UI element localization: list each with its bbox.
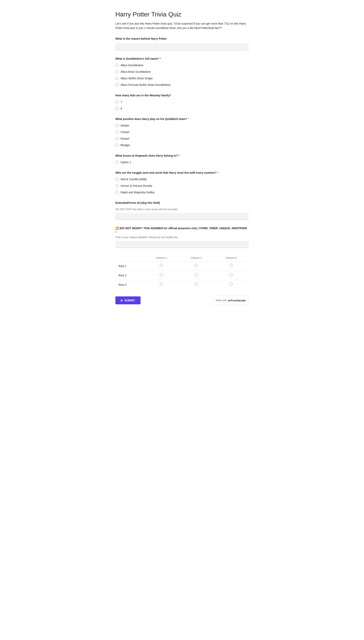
grid-row1-col2-radio[interactable] [195, 264, 198, 267]
question-8-emoji: ⏩ [116, 226, 120, 230]
question-7-section: ExtendedForms Id (skip this field) DO NO… [116, 201, 248, 220]
question-6-required: * [217, 171, 218, 175]
q5-radio-1[interactable] [116, 160, 118, 164]
submit-icon: ▶ [121, 299, 123, 302]
question-3-label: How many kids are in the Weasley family? [116, 94, 248, 98]
q2-option-1[interactable]: Albus Dumbledore [116, 63, 248, 68]
grid-row3-col2-radio[interactable] [195, 282, 198, 286]
grid-header-col3: Column 3 [214, 254, 248, 262]
question-9-section: Column 1 Column 2 Column 3 Row 1 Row 2 [116, 254, 248, 290]
grid-row3-label: Row 3 [116, 280, 144, 290]
question-5-label: What house at Hogwarts does Harry belong… [116, 154, 248, 158]
grid-header-col2: Column 2 [179, 254, 214, 262]
grid-header-col1: Column 1 [144, 254, 179, 262]
q6-radio-1[interactable] [116, 178, 118, 181]
question-6-label: Who are the muggle aunt and uncle that H… [116, 171, 248, 175]
question-2-label: What is Dumbledore's full name? * [116, 57, 248, 61]
grid-row2-col3-radio[interactable] [230, 273, 233, 276]
grid-row1-col1-radio[interactable] [160, 264, 163, 267]
grid-row2-col1-radio[interactable] [160, 273, 163, 276]
q6-label-2: Vernon & Petunia Dursley [120, 184, 152, 188]
question-4-label: What position does Harry play on his Qui… [116, 117, 248, 121]
q2-radio-1[interactable] [116, 64, 118, 67]
grid-row3-col1-radio[interactable] [160, 282, 163, 286]
page-description: Let's see if you ace this Harry Potter t… [116, 22, 248, 30]
submit-label: SUBMIT [124, 299, 135, 302]
grid-table: Column 1 Column 2 Column 3 Row 1 Row 2 [116, 254, 248, 290]
q6-radio-2[interactable] [116, 184, 118, 187]
question-5-section: What house at Hogwarts does Harry belong… [116, 154, 248, 164]
q4-label-4: Bludger [120, 143, 130, 147]
q5-option-1[interactable]: Option 1 [116, 160, 248, 164]
q6-option-3[interactable]: Ralph and Magnolia Dudley [116, 190, 248, 194]
question-4-required: * [188, 117, 189, 121]
q4-option-4[interactable]: Bludger [116, 143, 248, 147]
formfacade-badge: Made with ∞ Formfacade [213, 296, 248, 305]
q6-option-2[interactable]: Vernon & Petunia Dursley [116, 184, 248, 188]
question-7-input[interactable] [116, 213, 248, 220]
q3-label-2: 6 [120, 106, 122, 111]
question-6-section: Who are the muggle aunt and uncle that H… [116, 171, 248, 194]
made-with-text: Made with [216, 298, 226, 302]
question-8-input[interactable] [116, 241, 248, 248]
q4-radio-2[interactable] [116, 130, 118, 134]
q2-radio-3[interactable] [116, 77, 118, 80]
grid-row1-label: Row 1 [116, 262, 144, 271]
table-row: Row 1 [116, 262, 248, 271]
question-7-note: DO NOT EDIT this field or your score wil… [116, 208, 248, 211]
question-1-input[interactable] [116, 43, 248, 50]
question-2-required: * [160, 57, 161, 61]
q6-option-1[interactable]: Ned & Camilla Diddly [116, 177, 248, 182]
q4-radio-4[interactable] [116, 144, 118, 147]
q6-label-3: Ralph and Magnolia Dudley [120, 190, 155, 194]
q5-label-1: Option 1 [120, 160, 131, 164]
q2-label-3: Albus Wulfric Brian Snape [120, 76, 153, 80]
q2-radio-4[interactable] [116, 83, 118, 86]
q2-option-2[interactable]: Albus Brian Dumbledore [116, 70, 248, 74]
submit-button[interactable]: ▶ SUBMIT [116, 296, 140, 304]
q2-option-3[interactable]: Albus Wulfric Brian Snape [116, 76, 248, 80]
q4-option-1[interactable]: Seeker [116, 124, 248, 128]
q6-radio-3[interactable] [116, 191, 118, 194]
q3-radio-2[interactable] [116, 107, 118, 110]
question-3-section: How many kids are in the Weasley family?… [116, 94, 248, 111]
question-8-note: This is your unique identifier. Please d… [116, 235, 248, 239]
grid-header-empty [116, 254, 144, 262]
q2-label-4: Albus Percival Wulfric Brian Dumbledore [120, 83, 170, 87]
question-7-label: ExtendedForms Id (skip this field) [116, 201, 248, 205]
page-title: Harry Potter Trivia Quiz [116, 10, 248, 19]
q2-label-1: Albus Dumbledore [120, 63, 143, 68]
table-row: Row 2 [116, 271, 248, 280]
formfacade-brand-name: Formfacade [231, 298, 246, 302]
question-5-required: * [179, 154, 180, 158]
formfacade-logo: ∞ Formfacade [228, 298, 246, 303]
q3-label-1: 7 [120, 100, 122, 104]
q3-radio-1[interactable] [116, 100, 118, 104]
question-8-required: * [116, 231, 116, 234]
q3-option-2[interactable]: 6 [116, 106, 248, 111]
grid-row1-col3-radio[interactable] [230, 264, 233, 267]
q4-label-3: Keeper [120, 136, 130, 141]
q4-radio-1[interactable] [116, 124, 118, 127]
q4-label-1: Seeker [120, 124, 129, 128]
q4-option-2[interactable]: Chaser [116, 130, 248, 134]
question-2-section: What is Dumbledore's full name? * Albus … [116, 57, 248, 87]
question-8-section: ⏩ (DO NOT MODIFY THIS ANSWER-for officia… [116, 226, 248, 248]
q2-radio-2[interactable] [116, 70, 118, 73]
grid-row2-col2-radio[interactable] [195, 273, 198, 276]
grid-row3-col3-radio[interactable] [230, 282, 233, 286]
question-1-section: What is the reason behind Harry Potter [116, 37, 248, 50]
question-1-label: What is the reason behind Harry Potter [116, 37, 248, 41]
q3-option-1[interactable]: 7 [116, 100, 248, 104]
question-8-label: ⏩ (DO NOT MODIFY THIS ANSWER-for officia… [116, 226, 248, 234]
q6-label-1: Ned & Camilla Diddly [120, 177, 147, 182]
formfacade-infinity-icon: ∞ [228, 298, 230, 303]
question-4-section: What position does Harry play on his Qui… [116, 117, 248, 147]
q2-label-2: Albus Brian Dumbledore [120, 70, 151, 74]
q4-option-3[interactable]: Keeper [116, 136, 248, 141]
grid-row2-label: Row 2 [116, 271, 144, 280]
q4-radio-3[interactable] [116, 137, 118, 140]
table-row: Row 3 [116, 280, 248, 290]
page-container: Harry Potter Trivia Quiz Let's see if yo… [111, 0, 253, 317]
q2-option-4[interactable]: Albus Percival Wulfric Brian Dumbledore [116, 83, 248, 87]
